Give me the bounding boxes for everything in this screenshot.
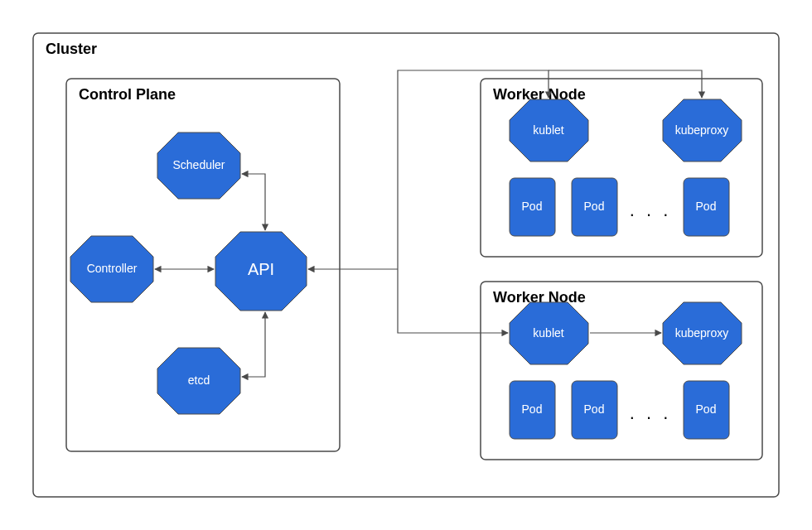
wn2-kubeproxy-node: kubeproxy [663,302,742,364]
scheduler-node: Scheduler [157,132,240,199]
wn1-pod-3-label: Pod [696,200,717,213]
wn1-kubeproxy-node: kubeproxy [663,99,742,161]
wn2-pod-3-label: Pod [696,402,717,416]
wn1-kubelet-label: kublet [533,123,563,137]
wn2-pod-1-label: Pod [522,402,543,416]
architecture-diagram: Cluster Control Plane Scheduler Controll… [0,0,812,530]
etcd-label: etcd [188,373,210,387]
wn2-pod-2-label: Pod [584,402,605,416]
etcd-node: etcd [157,348,240,414]
edge-etcd-api [242,312,265,377]
wn2-ellipsis: . . . [630,402,672,423]
wn2-kubelet-node: kublet [510,302,588,364]
controller-node: Controller [70,236,153,302]
edge-scheduler-api [242,174,265,230]
wn2-kubeproxy-label: kubeproxy [675,326,729,340]
controller-label: Controller [87,262,138,275]
wn1-ellipsis: . . . [630,200,672,220]
scheduler-label: Scheduler [172,158,225,171]
wn1-kubeproxy-label: kubeproxy [675,123,729,137]
cluster-title: Cluster [46,41,97,57]
api-node: API [215,232,307,311]
wn1-pod-1-label: Pod [522,200,543,213]
wn2-kubelet-label: kublet [533,326,563,340]
control-plane-title: Control Plane [79,86,176,103]
edge-trunk-wn2-kubelet [398,269,508,333]
wn1-kubelet-node: kublet [510,99,588,161]
api-label: API [248,260,274,278]
wn1-pod-2-label: Pod [584,200,605,213]
